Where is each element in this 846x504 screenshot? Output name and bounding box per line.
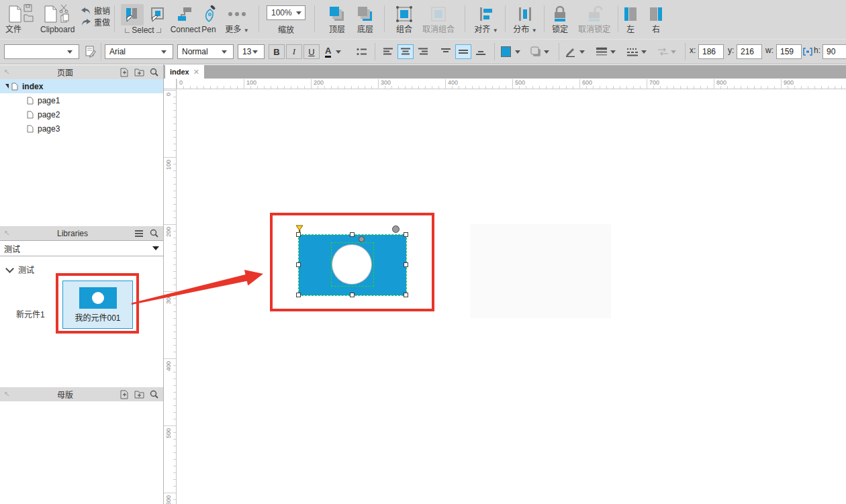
libraries-menu-button[interactable]: [132, 230, 146, 237]
interaction-marker-icon[interactable]: [295, 225, 304, 234]
sidebar-page-index[interactable]: index: [0, 79, 163, 93]
y-input[interactable]: 216: [737, 44, 762, 59]
resize-handle-bottom-left[interactable]: [296, 293, 301, 297]
clipboard-button[interactable]: Clipboard: [40, 3, 78, 34]
redo-button[interactable]: 重做: [81, 16, 115, 28]
font-color-button[interactable]: A: [324, 44, 350, 59]
font-family-select[interactable]: Arial: [105, 44, 173, 59]
expander-icon[interactable]: [5, 84, 9, 89]
zoom-select[interactable]: 100%: [267, 5, 306, 20]
shadow-button[interactable]: [529, 44, 555, 59]
align-right-edge-button[interactable]: 右: [646, 3, 666, 34]
fill-color-button[interactable]: [500, 44, 525, 59]
add-master-folder-button[interactable]: [132, 390, 146, 399]
x-input[interactable]: 186: [698, 44, 724, 59]
bring-to-front-button[interactable]: 顶层: [324, 3, 350, 34]
add-folder-button[interactable]: [132, 68, 146, 77]
collapse-panel-icon[interactable]: ↖: [0, 229, 13, 238]
resize-handle-middle-right[interactable]: [404, 262, 408, 267]
group-button[interactable]: 组合: [391, 3, 418, 34]
align-left-edge-button[interactable]: 左: [620, 3, 641, 34]
sidebar-page-page2[interactable]: page2: [0, 107, 163, 121]
undo-label: 撤销: [94, 5, 110, 16]
collapse-panel-icon[interactable]: ↖: [0, 68, 13, 77]
library-item-new[interactable]: 新元件1: [16, 308, 45, 319]
search-masters-button[interactable]: [146, 390, 161, 399]
resize-handle-top-right[interactable]: [404, 232, 408, 237]
search-pages-button[interactable]: [146, 68, 161, 77]
resize-handle-middle-left[interactable]: [296, 262, 301, 267]
align-text-left-button[interactable]: [380, 44, 396, 59]
unlock-icon: [586, 5, 602, 23]
clipboard-icons: [40, 3, 78, 25]
toolbar-divider: [114, 5, 115, 32]
x-label: x:: [690, 46, 696, 55]
valign-middle-button[interactable]: [455, 44, 471, 59]
valign-top-button[interactable]: [438, 44, 454, 59]
line-color-button[interactable]: [564, 44, 591, 59]
rotate-handle-outer[interactable]: [392, 225, 399, 233]
align-text-left-icon: [383, 48, 393, 56]
italic-button[interactable]: I: [286, 44, 302, 59]
file-menu-button[interactable]: 文件: [5, 3, 36, 34]
line-width-button[interactable]: [595, 44, 622, 59]
select-contain-button[interactable]: [146, 4, 169, 26]
h-ruler-label: 0: [177, 79, 183, 89]
h-input[interactable]: 90: [822, 44, 846, 59]
fill-color-swatch: [501, 46, 511, 57]
more-button[interactable]: 更多 ▼: [222, 3, 252, 36]
resize-handle-top-center[interactable]: [350, 232, 355, 237]
bullet-list-button[interactable]: [355, 44, 369, 59]
valign-bottom-button[interactable]: [473, 44, 489, 59]
sidebar-page-page1[interactable]: page1: [0, 93, 163, 107]
align-icon: [478, 6, 494, 22]
rotate-handle-inner[interactable]: [359, 236, 365, 242]
send-to-back-button[interactable]: 底层: [352, 3, 379, 34]
bullet-list-icon: [356, 47, 368, 56]
sidebar-page-page3[interactable]: page3: [0, 121, 163, 136]
font-style-select[interactable]: Normal: [177, 44, 234, 59]
undo-button[interactable]: 撤销: [81, 5, 115, 16]
library-select[interactable]: 测试: [0, 240, 163, 256]
link-wh-icon[interactable]: [803, 48, 812, 56]
select-intersect-button[interactable]: [121, 4, 144, 26]
collapse-panel-icon[interactable]: ↖: [0, 390, 13, 399]
h-ruler-label: 300: [378, 79, 391, 89]
style-edit-button[interactable]: [83, 44, 98, 59]
w-label: w:: [765, 46, 773, 55]
font-size-select[interactable]: 13: [238, 44, 265, 59]
h-ruler-label: 700: [647, 79, 659, 89]
add-page-button[interactable]: [117, 68, 132, 77]
v-ruler-label: 300: [165, 294, 172, 304]
page-icon: [11, 83, 18, 91]
line-style-button[interactable]: [626, 44, 653, 59]
font-size-value: 13: [242, 47, 251, 56]
font-style-value: Normal: [182, 47, 208, 56]
align-text-right-button[interactable]: [415, 44, 431, 59]
distribute-menu-button[interactable]: 分布 ▼: [509, 3, 541, 36]
resize-handle-bottom-center[interactable]: [350, 293, 355, 297]
pen-icon: [201, 5, 216, 23]
lock-button[interactable]: 锁定: [547, 3, 573, 34]
hamburger-menu-icon: [135, 230, 143, 237]
ghost-drag-preview: [470, 224, 611, 318]
search-libraries-button[interactable]: [146, 229, 161, 238]
add-folder-icon: [134, 68, 144, 77]
toolbar-divider: [258, 5, 259, 32]
right-label: 右: [646, 25, 666, 34]
align-menu-button[interactable]: 对齐 ▼: [470, 3, 502, 36]
toolbar-divider: [384, 5, 385, 32]
pen-button[interactable]: Pen: [199, 3, 219, 34]
w-input[interactable]: 159: [776, 44, 802, 59]
underline-button[interactable]: U: [303, 44, 320, 59]
bold-button[interactable]: B: [269, 44, 285, 59]
search-icon: [150, 68, 158, 77]
tab-index[interactable]: index ✕: [165, 65, 204, 79]
close-tab-icon[interactable]: ✕: [193, 68, 199, 77]
widget-style-select[interactable]: [4, 44, 79, 59]
connect-icon: [177, 6, 194, 22]
resize-handle-bottom-right[interactable]: [404, 293, 408, 297]
add-master-button[interactable]: [117, 390, 132, 399]
align-text-center-button[interactable]: [397, 44, 414, 59]
style-edit-icon: [85, 46, 97, 58]
